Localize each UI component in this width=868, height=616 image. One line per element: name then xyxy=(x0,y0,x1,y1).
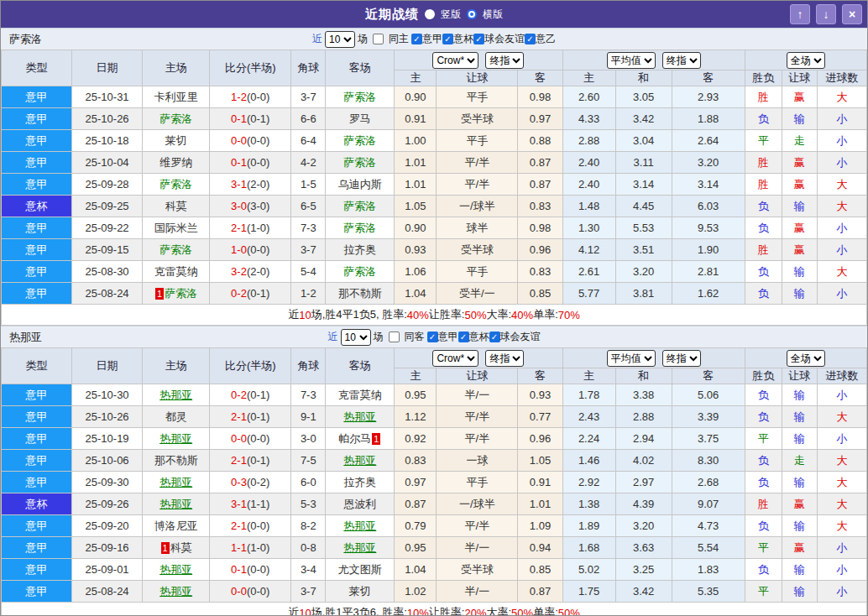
handicap-odds-cell: 0.85 xyxy=(518,283,562,305)
result-cell: 输 xyxy=(782,384,817,406)
result-cell: 输 xyxy=(782,581,817,603)
odds-source-select[interactable]: Crow* xyxy=(432,350,478,367)
fulltime-score: 3-0 xyxy=(231,200,247,212)
team-link[interactable]: 热那亚 xyxy=(343,541,376,554)
col-let: 让球 xyxy=(782,368,817,384)
home-team-cell: 克雷莫纳 xyxy=(143,261,210,283)
col-goals: 进球数 xyxy=(817,70,866,86)
team-link[interactable]: 萨索洛 xyxy=(159,243,192,256)
fulltime-select[interactable]: 全场 xyxy=(787,52,825,69)
col-avg-away: 客 xyxy=(672,368,745,384)
halftime-score: (0-0) xyxy=(247,563,269,576)
team-link[interactable]: 热那亚 xyxy=(159,498,192,510)
summary-segment: 近 xyxy=(288,605,299,616)
league-filter-checkbox[interactable]: ✓ xyxy=(489,331,500,342)
move-up-button[interactable]: ↑ xyxy=(790,4,810,24)
same-venue-label: 同客 xyxy=(405,330,425,344)
league-filter-checkbox[interactable]: ✓ xyxy=(442,34,453,44)
away-team-cell: 热那亚 xyxy=(326,406,395,428)
team-link[interactable]: 萨索洛 xyxy=(343,222,376,234)
team-link[interactable]: 萨索洛 xyxy=(159,178,192,191)
average-source-select[interactable]: 平均值 xyxy=(607,52,656,69)
handicap-odds-cell: 1.04 xyxy=(395,283,437,305)
team-link[interactable]: 萨索洛 xyxy=(159,112,192,125)
team-link[interactable]: 萨索洛 xyxy=(343,265,376,278)
team-link[interactable]: 热那亚 xyxy=(159,432,192,445)
team-link[interactable]: 热那亚 xyxy=(343,410,376,423)
match-count-select[interactable]: 10 xyxy=(341,329,371,346)
fulltime-score: 0-1 xyxy=(231,563,247,576)
same-venue-checkbox[interactable] xyxy=(389,331,400,342)
average-odds-cell: 4.02 xyxy=(615,450,672,472)
average-odds-cell: 3.42 xyxy=(615,581,672,603)
same-venue-checkbox[interactable] xyxy=(373,34,384,44)
fulltime-select[interactable]: 全场 xyxy=(787,350,825,367)
filter-bar: 热那亚 近 10 场 同客 ✓意甲✓意杯✓球会友谊 xyxy=(1,326,867,347)
average-final-select[interactable]: 终指 xyxy=(662,52,701,69)
move-down-button[interactable]: ↓ xyxy=(816,4,836,24)
team-link[interactable]: 热那亚 xyxy=(159,389,192,401)
match-date-cell: 25-09-16 xyxy=(72,537,143,559)
odds-final-select[interactable]: 终指 xyxy=(485,350,524,367)
fulltime-score: 3-1 xyxy=(231,178,247,191)
home-team-cell: 热那亚 xyxy=(143,493,210,515)
fulltime-score: 1-1 xyxy=(231,541,247,554)
fulltime-group-header: 全场 xyxy=(745,348,866,368)
team-link[interactable]: 萨索洛 xyxy=(343,200,376,212)
average-odds-cell: 1.88 xyxy=(672,108,745,130)
team-link[interactable]: 热那亚 xyxy=(343,454,376,467)
result-cell: 输 xyxy=(782,515,817,537)
team-link[interactable]: 萨索洛 xyxy=(343,156,376,169)
team-text: 克雷莫纳 xyxy=(154,265,198,278)
horizontal-layout-radio[interactable] xyxy=(467,9,477,19)
odds-source-select[interactable]: Crow* xyxy=(432,52,478,69)
odds-final-select[interactable]: 终指 xyxy=(485,52,524,69)
result-cell: 大 xyxy=(817,515,866,537)
league-filter-label: 意甲 xyxy=(422,32,442,46)
result-cell: 负 xyxy=(745,450,782,472)
team-text: 帕尔马 xyxy=(338,432,371,445)
match-date-cell: 25-09-20 xyxy=(72,515,143,537)
handicap-odds-cell: 0.87 xyxy=(518,581,562,603)
average-source-select[interactable]: 平均值 xyxy=(607,350,656,367)
near-label: 近 xyxy=(312,32,322,46)
team-name: 热那亚 xyxy=(9,330,42,345)
team-link[interactable]: 萨索洛 xyxy=(165,287,197,300)
league-filter-checkbox[interactable]: ✓ xyxy=(411,34,422,44)
away-team-cell: 帕尔马1 xyxy=(326,428,395,450)
result-cell: 赢 xyxy=(782,86,817,108)
league-filter-checkbox[interactable]: ✓ xyxy=(458,331,469,342)
col-let: 让球 xyxy=(782,70,817,86)
team-link[interactable]: 热那亚 xyxy=(159,585,192,598)
close-button[interactable]: × xyxy=(842,4,862,24)
team-link[interactable]: 热那亚 xyxy=(159,476,192,488)
home-team-cell: 热那亚 xyxy=(143,472,210,493)
team-link[interactable]: 热那亚 xyxy=(159,563,192,576)
filter-bar: 萨索洛 近 10 场 同主 ✓意甲✓意杯✓球会友谊✓意乙 xyxy=(1,28,867,50)
league-filter-checkbox[interactable]: ✓ xyxy=(427,331,438,342)
team-text: 乌迪内斯 xyxy=(338,178,382,191)
handicap-odds-cell: 0.87 xyxy=(518,174,562,196)
handicap-odds-cell: 半/一 xyxy=(437,537,518,559)
league-filter-checkbox[interactable]: ✓ xyxy=(525,34,536,44)
average-odds-cell: 1.48 xyxy=(562,196,615,217)
team-text: 克雷莫纳 xyxy=(338,389,382,401)
score-cell: 0-3(0-2) xyxy=(210,472,291,493)
average-odds-cell: 2.43 xyxy=(562,406,615,428)
home-team-cell: 热那亚 xyxy=(143,559,210,581)
away-team-cell: 罗马 xyxy=(326,108,395,130)
match-count-select[interactable]: 10 xyxy=(325,31,355,48)
vertical-layout-radio[interactable] xyxy=(425,9,435,19)
team-link[interactable]: 萨索洛 xyxy=(343,134,376,147)
league-filter-label: 意杯 xyxy=(453,32,473,46)
team-link[interactable]: 萨索洛 xyxy=(343,91,376,103)
summary-segment: 场,胜1平3负6, 胜率: xyxy=(311,605,407,616)
average-final-select[interactable]: 终指 xyxy=(662,350,701,367)
league-filter-checkbox[interactable]: ✓ xyxy=(473,34,484,44)
away-team-cell: 热那亚 xyxy=(326,450,395,472)
average-odds-cell: 3.38 xyxy=(615,384,672,406)
handicap-odds-cell: 球半 xyxy=(437,217,518,239)
result-cell: 小 xyxy=(817,428,866,450)
team-link[interactable]: 热那亚 xyxy=(343,519,376,532)
fulltime-score: 2-1 xyxy=(231,454,247,467)
